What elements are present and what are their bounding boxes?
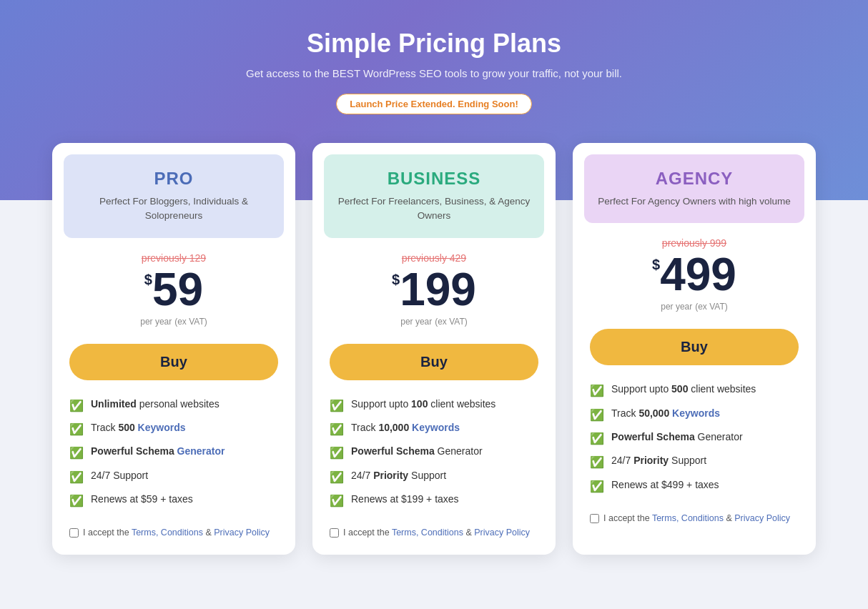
pro-features-list: ✅ Unlimited personal websites ✅ Track 50… (52, 386, 295, 523)
check-icon: ✅ (69, 470, 84, 485)
agency-privacy-link[interactable]: Privacy Policy (734, 513, 790, 523)
list-item: ✅ Renews at $59 + taxes (69, 492, 278, 509)
business-pricing: previously 429 $ 199 per year (ex VAT) (312, 238, 556, 344)
list-item: ✅ Unlimited personal websites (69, 397, 278, 414)
agency-plan-name: AGENCY (596, 169, 793, 189)
list-item: ✅ Support upto 500 client websites (590, 382, 799, 399)
pro-pricing: previously 129 $ 59 per year (ex VAT) (52, 238, 295, 344)
check-icon: ✅ (69, 445, 84, 461)
check-icon: ✅ (590, 431, 604, 447)
agency-features-list: ✅ Support upto 500 client websites ✅ Tra… (573, 371, 816, 508)
list-item: ✅ Powerful Schema Generator (590, 430, 799, 447)
pricing-cards: PRO Perfect For Bloggers, Individuals & … (0, 143, 868, 555)
list-item: ✅ Track 10,000 Keywords (330, 421, 538, 437)
page-title: Simple Pricing Plans (14, 29, 854, 59)
pro-card: PRO Perfect For Bloggers, Individuals & … (52, 143, 295, 555)
business-price-period: per year (ex VAT) (332, 315, 536, 327)
list-item: ✅ 24/7 Support (69, 469, 278, 485)
pro-dollar-sign: $ (144, 272, 152, 287)
pro-current-price: $ 59 (72, 267, 275, 312)
check-icon: ✅ (330, 445, 344, 461)
list-item: ✅ Renews at $199 + taxes (330, 492, 538, 509)
pro-terms-checkbox[interactable] (69, 528, 79, 538)
list-item: ✅ Track 500 Keywords (69, 421, 278, 437)
pro-price-period: per year (ex VAT) (72, 315, 275, 327)
pro-plan-desc: Perfect For Bloggers, Individuals & Solo… (75, 194, 272, 224)
check-icon: ✅ (590, 455, 604, 470)
agency-price-amount: 499 (660, 252, 736, 297)
pro-privacy-link[interactable]: Privacy Policy (214, 528, 270, 538)
list-item: ✅ Powerful Schema Generator (330, 445, 538, 461)
pro-buy-button[interactable]: Buy (69, 344, 278, 380)
check-icon: ✅ (330, 493, 344, 509)
list-item: ✅ Powerful Schema Generator (69, 445, 278, 461)
business-plan-name: BUSINESS (335, 169, 533, 189)
business-terms-checkbox[interactable] (330, 528, 339, 538)
business-dollar-sign: $ (392, 272, 400, 287)
launch-badge: Launch Price Extended. Ending Soon! (336, 94, 531, 114)
pro-terms-row: I accept the Terms, Conditions & Privacy… (52, 522, 295, 538)
check-icon: ✅ (330, 470, 344, 485)
agency-previous-price: previously 999 (593, 237, 796, 249)
pro-card-header: PRO Perfect For Bloggers, Individuals & … (64, 154, 284, 238)
agency-dollar-sign: $ (652, 257, 660, 272)
agency-price-period: per year (ex VAT) (593, 300, 796, 312)
agency-card-header: AGENCY Perfect For Agency Owners with hi… (584, 154, 804, 223)
business-buy-button[interactable]: Buy (330, 344, 538, 380)
check-icon: ✅ (69, 422, 84, 437)
agency-current-price: $ 499 (593, 252, 796, 297)
agency-plan-desc: Perfect For Agency Owners with high volu… (596, 194, 793, 209)
business-current-price: $ 199 (332, 267, 536, 312)
check-icon: ✅ (69, 493, 84, 509)
check-icon: ✅ (330, 422, 344, 437)
business-terms-link[interactable]: Terms, Conditions (392, 528, 463, 538)
list-item: ✅ Track 50,000 Keywords (590, 407, 799, 423)
list-item: ✅ Support upto 100 client websites (330, 397, 538, 414)
check-icon: ✅ (590, 407, 604, 423)
pro-plan-name: PRO (75, 169, 272, 189)
list-item: ✅ Renews at $499 + taxes (590, 478, 799, 495)
agency-terms-link[interactable]: Terms, Conditions (652, 513, 724, 523)
agency-card: AGENCY Perfect For Agency Owners with hi… (573, 143, 816, 555)
check-icon: ✅ (330, 398, 344, 414)
business-card-header: BUSINESS Perfect For Freelancers, Busine… (324, 154, 544, 238)
hero-subtitle: Get access to the BEST WordPress SEO too… (14, 67, 854, 79)
check-icon: ✅ (590, 479, 604, 495)
check-icon: ✅ (69, 398, 84, 414)
agency-buy-button[interactable]: Buy (590, 329, 799, 365)
check-icon: ✅ (590, 383, 604, 399)
business-price-amount: 199 (400, 267, 476, 312)
agency-terms-row: I accept the Terms, Conditions & Privacy… (573, 508, 816, 523)
pro-previous-price: previously 129 (72, 252, 275, 264)
pro-terms-link[interactable]: Terms, Conditions (132, 528, 203, 538)
agency-pricing: previously 999 $ 499 per year (ex VAT) (573, 223, 816, 329)
business-plan-desc: Perfect For Freelancers, Business, & Age… (335, 194, 533, 224)
business-terms-row: I accept the Terms, Conditions & Privacy… (312, 522, 556, 538)
list-item: ✅ 24/7 Priority Support (330, 469, 538, 485)
business-card: BUSINESS Perfect For Freelancers, Busine… (312, 143, 556, 555)
business-previous-price: previously 429 (332, 252, 536, 264)
list-item: ✅ 24/7 Priority Support (590, 454, 799, 470)
business-privacy-link[interactable]: Privacy Policy (474, 528, 530, 538)
agency-terms-checkbox[interactable] (590, 514, 599, 523)
business-features-list: ✅ Support upto 100 client websites ✅ Tra… (312, 386, 556, 523)
pro-price-amount: 59 (152, 267, 203, 312)
